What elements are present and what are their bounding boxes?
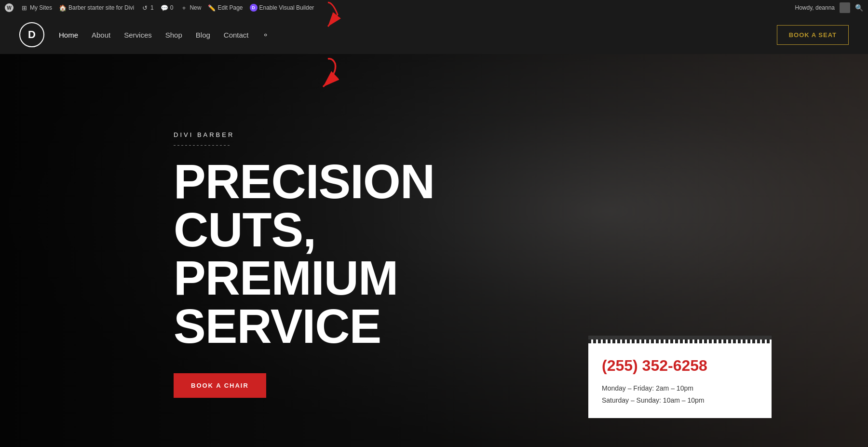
enable-visual-builder-button[interactable]: D Enable Visual Builder: [250, 4, 314, 12]
site-logo[interactable]: D: [19, 22, 44, 47]
nav-shop[interactable]: Shop: [165, 31, 182, 39]
nav-blog[interactable]: Blog: [196, 31, 210, 39]
info-card-body: (255) 352-6258 Monday – Friday: 2am – 10…: [588, 343, 772, 418]
info-card-stripe: [588, 339, 772, 343]
nav-home[interactable]: Home: [59, 31, 78, 39]
admin-bar-comments[interactable]: 💬 0: [161, 4, 174, 12]
hero-label: DIVI BARBER: [174, 131, 868, 138]
user-avatar[interactable]: [840, 2, 850, 13]
hero-title: PRECISION CUTS, PREMIUM SERVICE: [174, 157, 521, 350]
info-card: (255) 352-6258 Monday – Friday: 2am – 10…: [588, 336, 772, 418]
hours-weekend: Saturday – Sunday: 10am – 10pm: [602, 394, 758, 406]
nav-contact[interactable]: Contact: [224, 31, 249, 39]
hours-weekday: Monday – Friday: 2am – 10pm: [602, 382, 758, 394]
admin-bar-new[interactable]: + New: [180, 4, 201, 12]
revisions-icon: ↺: [141, 4, 149, 12]
admin-bar-edit-page[interactable]: ✏️ Edit Page: [208, 4, 243, 12]
main-navigation: Home About Services Shop Blog Contact ⚬: [59, 30, 777, 40]
book-seat-button[interactable]: BOOK A SEAT: [777, 25, 849, 45]
admin-bar-site-name[interactable]: 🏠 Barber starter site for Divi: [59, 4, 134, 12]
search-icon-admin[interactable]: 🔍: [855, 4, 863, 12]
comments-icon: 💬: [161, 4, 168, 12]
admin-bar: W ⊞ My Sites 🏠 Barber starter site for D…: [0, 0, 868, 15]
admin-bar-my-sites[interactable]: ⊞ My Sites: [20, 4, 52, 12]
nav-search-icon[interactable]: ⚬: [262, 30, 269, 40]
admin-bar-revisions[interactable]: ↺ 1: [141, 4, 154, 12]
howdy-label: Howdy, deanna: [795, 4, 835, 11]
info-hours: Monday – Friday: 2am – 10pm Saturday – S…: [602, 382, 758, 406]
my-sites-icon: ⊞: [20, 4, 28, 12]
hero-divider: [174, 145, 231, 146]
book-chair-button[interactable]: BOOK A CHAIR: [174, 373, 266, 398]
site-home-icon: 🏠: [59, 4, 67, 12]
wordpress-icon: W: [5, 3, 14, 12]
nav-services[interactable]: Services: [124, 31, 152, 39]
info-phone: (255) 352-6258: [602, 357, 758, 375]
plus-icon: +: [180, 4, 188, 12]
admin-bar-wp-logo[interactable]: W: [5, 3, 14, 12]
hero-section: DIVI BARBER PRECISION CUTS, PREMIUM SERV…: [0, 54, 868, 447]
site-header: D Home About Services Shop Blog Contact …: [0, 15, 868, 54]
admin-bar-right: Howdy, deanna 🔍: [795, 2, 864, 13]
divi-icon: D: [250, 4, 258, 12]
nav-about[interactable]: About: [92, 31, 110, 39]
pencil-icon: ✏️: [208, 4, 216, 12]
